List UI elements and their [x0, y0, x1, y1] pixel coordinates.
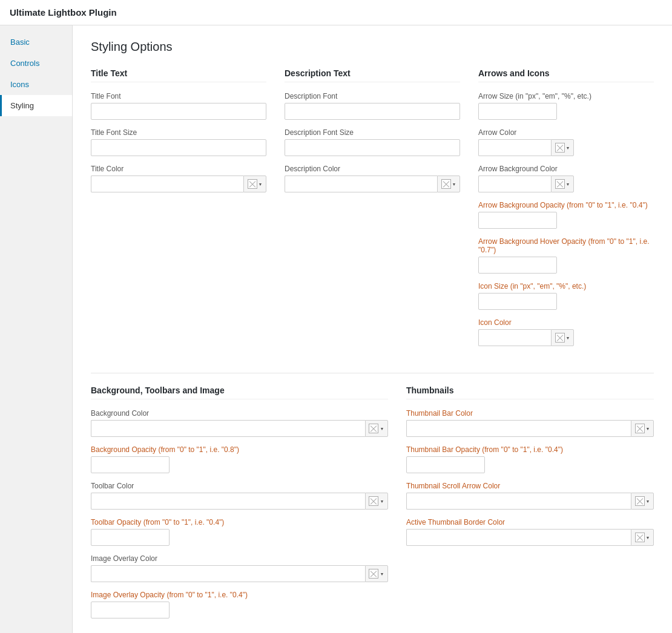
arrow-color-swatch — [555, 143, 565, 153]
title-color-field: Title Color ▼ — [91, 165, 266, 192]
arrow-bg-color-input[interactable] — [478, 175, 551, 192]
bg-color-field: Background Color ▼ — [91, 409, 388, 437]
toolbar-color-arrow: ▼ — [380, 499, 384, 503]
toolbar-color-input[interactable] — [91, 493, 365, 510]
icon-size-field: Icon Size (in "px", "em", "%", etc.) — [478, 282, 654, 310]
title-font-label: Title Font — [91, 92, 266, 100]
thumb-bar-color-field: Thumbnail Bar Color ▼ — [406, 409, 654, 437]
thumb-scroll-arrow-color-label: Thumbnail Scroll Arrow Color — [406, 482, 654, 490]
arrow-bg-color-picker[interactable]: ▼ — [551, 175, 574, 192]
title-text-section: Title Text Title Font Title Font Size Ti… — [91, 68, 285, 355]
icon-color-field: Icon Color ▼ — [478, 318, 654, 346]
page-title: Styling Options — [91, 40, 654, 54]
arrow-bg-color-arrow: ▼ — [566, 182, 570, 186]
title-font-size-field: Title Font Size — [91, 128, 266, 156]
arrows-icons-heading: Arrows and Icons — [478, 68, 654, 82]
desc-font-size-label: Description Font Size — [285, 128, 460, 137]
desc-color-input[interactable] — [285, 175, 437, 192]
thumb-bar-color-swatch — [635, 424, 645, 433]
image-overlay-color-input[interactable] — [91, 565, 365, 582]
thumb-bar-opacity-input[interactable] — [406, 456, 485, 473]
desc-color-row: ▼ — [285, 175, 460, 192]
app-title: Ultimate Lightbox Plugin — [10, 7, 117, 18]
image-overlay-opacity-field: Image Overlay Opacity (from "0" to "1", … — [91, 591, 388, 618]
active-thumb-border-color-swatch — [635, 533, 645, 542]
arrow-color-field: Arrow Color ▼ — [478, 128, 654, 156]
bg-opacity-input[interactable] — [91, 456, 170, 473]
image-overlay-color-picker[interactable]: ▼ — [365, 565, 388, 582]
thumb-bar-color-input[interactable] — [406, 420, 631, 437]
arrow-bg-color-field: Arrow Background Color ▼ — [478, 165, 654, 192]
active-thumb-border-color-field: Active Thumbnail Border Color ▼ — [406, 518, 654, 546]
bg-color-row: ▼ — [91, 420, 388, 437]
bg-opacity-label: Background Opacity (from "0" to "1", i.e… — [91, 445, 388, 454]
thumb-scroll-arrow-color-input[interactable] — [406, 493, 631, 510]
desc-font-size-input[interactable] — [285, 139, 460, 156]
toolbar-color-label: Toolbar Color — [91, 482, 388, 490]
thumb-scroll-arrow-color-arrow: ▼ — [646, 499, 650, 503]
thumbnails-heading: Thumbnails — [406, 385, 654, 399]
title-color-arrow: ▼ — [259, 182, 263, 186]
sidebar: Basic Controls Icons Styling — [0, 25, 73, 633]
toolbar-color-picker[interactable]: ▼ — [365, 493, 388, 510]
thumb-scroll-arrow-color-picker[interactable]: ▼ — [631, 493, 654, 510]
arrow-color-arrow: ▼ — [566, 146, 570, 150]
thumb-scroll-arrow-color-row: ▼ — [406, 493, 654, 510]
arrow-size-label: Arrow Size (in "px", "em", "%", etc.) — [478, 92, 654, 100]
title-color-input[interactable] — [91, 175, 243, 192]
title-font-field: Title Font — [91, 92, 266, 120]
icon-color-label: Icon Color — [478, 318, 654, 327]
thumb-bar-opacity-label: Thumbnail Bar Opacity (from "0" to "1", … — [406, 445, 654, 454]
desc-font-field: Description Font — [285, 92, 460, 120]
thumb-scroll-arrow-color-swatch — [635, 496, 645, 506]
sidebar-item-basic[interactable]: Basic — [0, 31, 72, 53]
sidebar-item-styling[interactable]: Styling — [0, 95, 72, 116]
thumb-bar-color-label: Thumbnail Bar Color — [406, 409, 654, 418]
thumb-bar-color-arrow: ▼ — [646, 427, 650, 431]
sidebar-item-controls[interactable]: Controls — [0, 53, 72, 74]
desc-color-arrow: ▼ — [452, 182, 456, 186]
active-thumb-border-color-arrow: ▼ — [646, 536, 650, 540]
background-section: Background, Toolbars and Image Backgroun… — [91, 385, 406, 627]
icon-color-input[interactable] — [478, 329, 551, 346]
arrow-bg-hover-opacity-label: Arrow Background Hover Opacity (from "0"… — [478, 237, 654, 254]
bg-opacity-field: Background Opacity (from "0" to "1", i.e… — [91, 445, 388, 473]
title-font-input[interactable] — [91, 103, 266, 120]
arrow-size-input[interactable] — [478, 103, 557, 120]
icon-color-row: ▼ — [478, 329, 654, 346]
toolbar-opacity-input[interactable] — [91, 529, 170, 546]
arrow-size-field: Arrow Size (in "px", "em", "%", etc.) — [478, 92, 654, 120]
bg-color-input[interactable] — [91, 420, 365, 437]
bg-color-picker[interactable]: ▼ — [365, 420, 388, 437]
section-divider — [91, 373, 654, 373]
arrow-bg-opacity-field: Arrow Background Opacity (from "0" to "1… — [478, 201, 654, 229]
active-thumb-border-color-input[interactable] — [406, 529, 631, 546]
bg-color-swatch — [369, 424, 378, 433]
arrow-bg-opacity-label: Arrow Background Opacity (from "0" to "1… — [478, 201, 654, 209]
arrow-bg-hover-opacity-field: Arrow Background Hover Opacity (from "0"… — [478, 237, 654, 274]
thumb-bar-color-picker[interactable]: ▼ — [631, 420, 654, 437]
active-thumb-border-color-picker[interactable]: ▼ — [631, 529, 654, 546]
description-text-section: Description Text Description Font Descri… — [285, 68, 478, 355]
arrow-bg-color-swatch — [555, 179, 565, 189]
icon-size-input[interactable] — [478, 293, 557, 310]
sidebar-item-icons[interactable]: Icons — [0, 74, 72, 95]
arrow-bg-opacity-input[interactable] — [478, 212, 557, 229]
bg-color-arrow: ▼ — [380, 427, 384, 431]
toolbar-color-swatch — [369, 496, 378, 506]
thumb-bar-color-row: ▼ — [406, 420, 654, 437]
icon-color-picker[interactable]: ▼ — [551, 329, 574, 346]
desc-color-picker[interactable]: ▼ — [437, 175, 460, 192]
arrow-color-input[interactable] — [478, 139, 551, 156]
thumbnails-section: Thumbnails Thumbnail Bar Color ▼ Thumbna… — [406, 385, 654, 627]
desc-font-input[interactable] — [285, 103, 460, 120]
bottom-sections-row: Background, Toolbars and Image Backgroun… — [91, 385, 654, 627]
image-overlay-opacity-input[interactable] — [91, 602, 170, 618]
title-font-size-input[interactable] — [91, 139, 266, 156]
active-thumb-border-color-row: ▼ — [406, 529, 654, 546]
arrow-color-picker[interactable]: ▼ — [551, 139, 574, 156]
image-overlay-opacity-label: Image Overlay Opacity (from "0" to "1", … — [91, 591, 388, 599]
thumb-bar-opacity-field: Thumbnail Bar Opacity (from "0" to "1", … — [406, 445, 654, 473]
arrow-bg-hover-opacity-input[interactable] — [478, 257, 557, 274]
title-color-picker[interactable]: ▼ — [243, 175, 266, 192]
